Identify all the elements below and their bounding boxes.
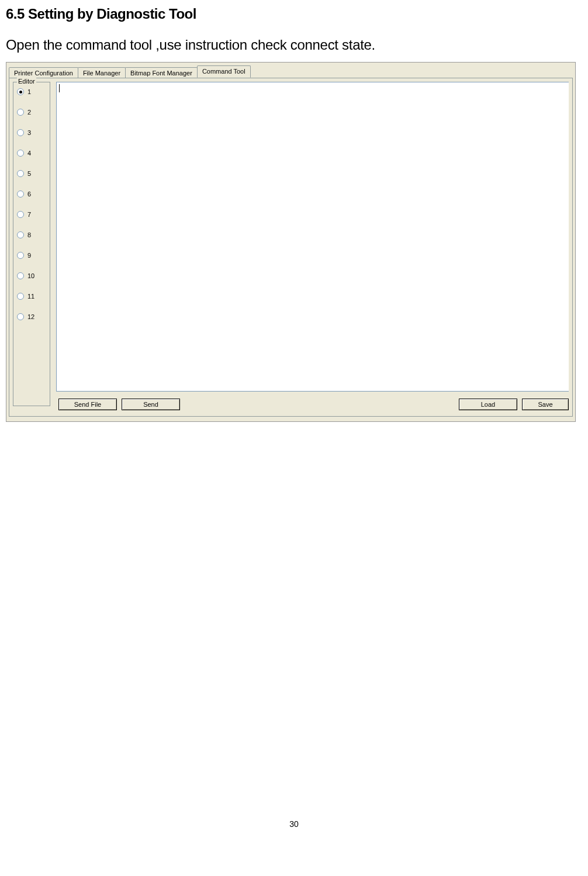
radio-label: 4 <box>27 150 31 157</box>
tab-bitmap-font-manager[interactable]: Bitmap Font Manager <box>125 67 198 78</box>
radio-icon <box>17 129 24 136</box>
spacer <box>185 399 454 410</box>
radio-icon <box>17 211 24 218</box>
radio-item-6[interactable]: 6 <box>17 191 46 198</box>
tab-content: Editor 1 2 3 4 5 6 <box>9 78 573 417</box>
editor-legend: Editor <box>17 78 36 85</box>
button-row: Send File Send Load Save <box>58 399 569 410</box>
tab-bar: Printer Configuration File Manager Bitma… <box>9 65 573 78</box>
radio-label: 6 <box>27 191 31 198</box>
radio-item-1[interactable]: 1 <box>17 88 46 95</box>
radio-label: 8 <box>27 231 31 238</box>
radio-label: 5 <box>27 170 31 177</box>
radio-icon <box>17 150 24 157</box>
radio-item-3[interactable]: 3 <box>17 129 46 136</box>
radio-item-2[interactable]: 2 <box>17 109 46 116</box>
tab-printer-configuration[interactable]: Printer Configuration <box>9 67 78 78</box>
radio-label: 12 <box>27 313 34 320</box>
command-textarea[interactable] <box>56 82 569 392</box>
radio-item-10[interactable]: 10 <box>17 272 46 279</box>
radio-label: 3 <box>27 129 31 136</box>
radio-icon <box>17 170 24 177</box>
tab-command-tool[interactable]: Command Tool <box>197 65 251 78</box>
radio-item-5[interactable]: 5 <box>17 170 46 177</box>
radio-item-8[interactable]: 8 <box>17 231 46 238</box>
radio-label: 7 <box>27 211 31 218</box>
radio-label: 2 <box>27 109 31 116</box>
radio-icon <box>17 231 24 238</box>
radio-item-11[interactable]: 11 <box>17 293 46 300</box>
tab-file-manager[interactable]: File Manager <box>78 67 126 78</box>
radio-item-4[interactable]: 4 <box>17 150 46 157</box>
radio-icon <box>17 109 24 116</box>
editor-radio-group: Editor 1 2 3 4 5 6 <box>13 82 50 406</box>
radio-label: 1 <box>27 88 31 95</box>
radio-label: 11 <box>27 293 34 300</box>
send-button[interactable]: Send <box>122 399 180 410</box>
radio-icon <box>17 293 24 300</box>
radio-label: 10 <box>27 272 34 279</box>
radio-item-9[interactable]: 9 <box>17 252 46 259</box>
radio-label: 9 <box>27 252 31 259</box>
radio-icon <box>17 88 24 95</box>
diagnostic-tool-window: Printer Configuration File Manager Bitma… <box>6 62 576 422</box>
section-heading: 6.5 Setting by Diagnostic Tool <box>6 6 582 22</box>
page-number: 30 <box>6 819 582 829</box>
radio-icon <box>17 191 24 198</box>
load-button[interactable]: Load <box>459 399 517 410</box>
body-text: Open the command tool ,use instruction c… <box>6 37 582 53</box>
send-file-button[interactable]: Send File <box>58 399 117 410</box>
radio-item-12[interactable]: 12 <box>17 313 46 320</box>
radio-icon <box>17 252 24 259</box>
radio-icon <box>17 272 24 279</box>
radio-item-7[interactable]: 7 <box>17 211 46 218</box>
radio-icon <box>17 313 24 320</box>
save-button[interactable]: Save <box>522 399 569 410</box>
